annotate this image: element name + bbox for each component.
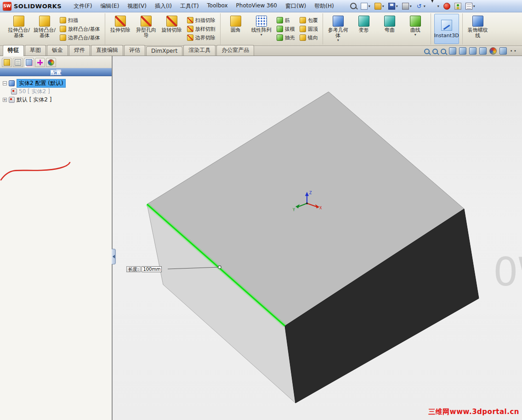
hide-show-items-icon[interactable] — [479, 47, 487, 55]
boundary-cut-icon — [187, 34, 193, 41]
tab-evaluate[interactable]: 评估 — [124, 45, 145, 56]
deform-icon — [358, 16, 369, 27]
featuremanager-tab[interactable] — [2, 58, 12, 67]
propertymanager-tab[interactable] — [13, 58, 23, 67]
undo-button[interactable]: ↺ — [415, 2, 426, 10]
search-icon — [350, 3, 357, 9]
zoom-previous-icon[interactable] — [441, 49, 446, 54]
tree-config-default-label[interactable]: 默认 [ 实体2 ] — [17, 96, 51, 104]
edit-appearance-icon[interactable] — [489, 47, 497, 55]
extruded-cut-icon — [115, 16, 126, 27]
menu-file[interactable]: 文件(F) — [70, 0, 96, 12]
tab-sketch[interactable]: 草图 — [25, 45, 46, 56]
lofted-cut-button[interactable]: 放样切割 — [186, 25, 217, 33]
tab-weldments[interactable]: 焊件 — [69, 45, 90, 56]
revolved-boss-button[interactable]: 旋转凸台/基体 — [33, 14, 57, 44]
apply-scene-icon[interactable] — [499, 47, 507, 55]
configuration-tree: 实体2 配置 (默认) 50 [ 实体2 ] 默认 [ 实体2 ] — [0, 76, 112, 104]
new-document-button[interactable] — [360, 2, 371, 10]
mirror-icon — [300, 34, 306, 41]
new-document-icon — [361, 3, 368, 10]
lofted-boss-button[interactable]: 放样凸台/基体 — [58, 25, 102, 33]
tab-render-tools[interactable]: 渲染工具 — [183, 45, 216, 56]
solidworks-logo: SW — [3, 2, 11, 11]
graphics-viewport[interactable]: Z X Y 长度: 0W 三维网www.3dportal.cn — [113, 56, 522, 420]
deform-button[interactable]: 变形 — [352, 14, 376, 44]
reference-geometry-button[interactable]: 参考几何体 ▾ — [326, 14, 350, 44]
display-style-icon[interactable] — [469, 47, 477, 55]
ribbon-group-features: 圆角 线性阵列 ▾ 筋 拔模 抽壳 — [221, 13, 323, 45]
fillet-button[interactable]: 圆角 — [224, 14, 248, 44]
extruded-boss-button[interactable]: 拉伸凸台/基体 — [7, 14, 31, 44]
view-settings-icon[interactable]: ∙∙ — [510, 47, 517, 55]
instant3d-toggle[interactable]: Instant3D — [434, 14, 459, 44]
shell-button[interactable]: 抽壳 — [275, 34, 296, 41]
linear-pattern-button[interactable]: 线性阵列 ▾ — [250, 14, 273, 44]
save-button[interactable] — [388, 2, 398, 10]
menu-insert[interactable]: 插入(I) — [151, 0, 176, 12]
ribbon-group-reference: 参考几何体 ▾ 变形 弯曲 曲线 ▾ — [323, 13, 431, 45]
boundary-cut-button[interactable]: 边界切除 — [186, 34, 217, 41]
curves-button[interactable]: 曲线 ▾ — [403, 14, 427, 44]
chevron-down-icon: ▾ — [261, 33, 262, 37]
select-button[interactable] — [429, 2, 440, 10]
dimxpertmanager-tab[interactable] — [35, 58, 45, 67]
appearance-icon — [443, 3, 450, 10]
mirror-button[interactable]: 镜向 — [298, 34, 319, 41]
solidworks-watermark: 0W — [493, 249, 522, 295]
view-orientation-icon[interactable] — [459, 47, 466, 55]
menu-view[interactable]: 视图(V) — [124, 0, 150, 12]
menu-toolbox[interactable]: Toolbox — [204, 0, 232, 12]
zoom-fit-icon[interactable] — [424, 49, 430, 54]
zoom-area-icon[interactable] — [432, 49, 438, 54]
menu-edit[interactable]: 编辑(E) — [96, 0, 123, 12]
wrap-button[interactable]: 包覆 — [298, 17, 319, 24]
tree-root-row[interactable]: 实体2 配置 (默认) — [3, 79, 110, 87]
tab-direct-editing[interactable]: 直接编辑 — [91, 45, 123, 56]
rebuild-button[interactable] — [454, 2, 462, 10]
swept-cut-button[interactable]: 扫描切除 — [186, 17, 217, 24]
options-button[interactable] — [465, 2, 476, 10]
flex-button[interactable]: 弯曲 — [378, 14, 402, 44]
draft-button[interactable]: 拔模 — [275, 25, 296, 33]
panel-splitter-handle[interactable] — [112, 249, 116, 264]
menu-window[interactable]: 窗口(W) — [282, 0, 310, 12]
menu-tools[interactable]: 工具(T) — [176, 0, 203, 12]
open-button[interactable] — [374, 2, 385, 10]
dimension-value-input[interactable] — [142, 266, 162, 272]
tree-config-50-row[interactable]: 50 [ 实体2 ] — [3, 87, 110, 95]
collapse-icon[interactable] — [3, 81, 7, 85]
configurationmanager-tab[interactable] — [24, 58, 34, 67]
tree-root-label[interactable]: 实体2 配置 (默认) — [17, 79, 66, 88]
tree-config-default-row[interactable]: 默认 [ 实体2 ] — [3, 95, 110, 104]
extruded-boss-icon — [13, 16, 24, 27]
sweep-button[interactable]: 扫描 — [58, 17, 102, 24]
extruded-cut-button[interactable]: 拉伸切除 — [108, 14, 132, 44]
expand-icon[interactable] — [3, 98, 7, 102]
tree-config-50-label[interactable]: 50 [ 实体2 ] — [19, 88, 50, 95]
tab-features[interactable]: 特征 — [3, 45, 24, 56]
boundary-boss-icon — [60, 34, 66, 41]
edit-appearance-button[interactable] — [443, 2, 451, 10]
menu-help[interactable]: 帮助(H) — [311, 0, 337, 12]
dome-button[interactable]: 圆顶 — [298, 25, 319, 33]
tab-dimxpert[interactable]: DimXpert — [146, 46, 182, 56]
heads-up-view-toolbar: ∙∙ — [420, 47, 522, 56]
boundary-boss-button[interactable]: 边界凸台/基体 — [58, 34, 102, 41]
tab-office-products[interactable]: 办公室产品 — [216, 45, 254, 56]
section-view-icon[interactable] — [449, 47, 456, 55]
menu-photoview[interactable]: PhotoView 360 — [233, 0, 281, 12]
print-button[interactable] — [402, 2, 412, 10]
svg-text:Z: Z — [309, 191, 312, 195]
cosmetic-thread-button[interactable]: 装饰螺纹线 — [466, 14, 490, 44]
hole-wizard-button[interactable]: 异型孔向导 — [134, 14, 158, 44]
titlebar: SW SOLIDWORKS 文件(F) 编辑(E) 视图(V) 插入(I) 工具… — [0, 0, 522, 12]
menubar: 文件(F) 编辑(E) 视图(V) 插入(I) 工具(T) Toolbox Ph… — [70, 0, 337, 12]
revolved-cut-button[interactable]: 旋转切除 — [160, 14, 184, 44]
command-tabs: 特征 草图 钣金 焊件 直接编辑 评估 DimXpert 渲染工具 办公室产品 — [3, 45, 255, 56]
chevron-down-icon: ▾ — [337, 39, 339, 42]
search-button[interactable] — [350, 2, 357, 10]
tab-sheet-metal[interactable]: 钣金 — [47, 45, 68, 56]
rib-button[interactable]: 筋 — [275, 17, 296, 24]
displaymanager-tab[interactable] — [46, 58, 56, 67]
